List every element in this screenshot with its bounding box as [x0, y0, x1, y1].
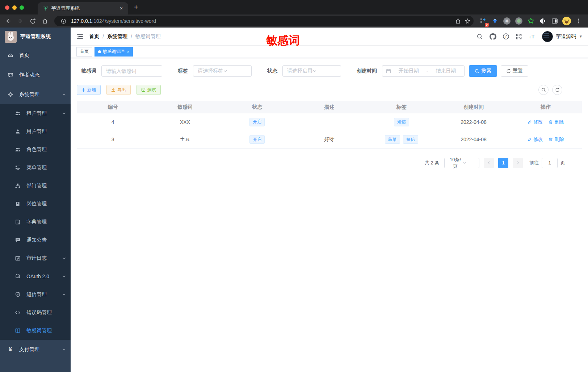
sidebar-item-home[interactable]: 首页 [0, 46, 71, 65]
sidebar-item-sensitive-word[interactable]: 敏感词管理 [0, 322, 71, 340]
home-icon[interactable] [40, 16, 50, 26]
filter-word-input[interactable] [101, 65, 162, 77]
sidebar-item-notice[interactable]: 通知公告 [0, 231, 71, 249]
sidebar-item-system[interactable]: 系统管理 [0, 85, 71, 104]
browser-menu-icon[interactable] [574, 16, 584, 26]
window-controls[interactable] [0, 5, 29, 14]
dashboard-icon [7, 53, 13, 58]
tag-close-icon[interactable]: × [127, 50, 129, 54]
breadcrumb-system[interactable]: 系统管理 [107, 33, 127, 40]
page-size-select[interactable]: 10条/页 [444, 158, 479, 168]
new-tab-button[interactable]: + [128, 3, 144, 14]
url-text[interactable]: 127.0.0.1:1024/system/sensitive-word [71, 18, 453, 24]
help-icon[interactable]: ? [501, 32, 511, 42]
sidebar-item-post[interactable]: 岗位管理 [0, 195, 71, 213]
side-panel-icon[interactable] [550, 16, 560, 26]
filter-time-label: 创建时间 [357, 68, 377, 74]
zoom-window-button[interactable] [20, 5, 24, 10]
cell-desc: 好呀 [293, 131, 365, 148]
edit-link[interactable]: 修改 [528, 119, 543, 125]
sidebar-item-tenant[interactable]: 租户管理 [0, 104, 71, 122]
app: 芋道管理系统 首页 作者动态 系统管理 [0, 28, 588, 372]
sidebar-item-pay[interactable]: ¥ 支付管理 [0, 340, 71, 359]
start-date-placeholder: 开始日期 [394, 68, 424, 74]
goto-page-input[interactable] [542, 158, 558, 168]
extension-gem-icon[interactable] [490, 16, 500, 26]
back-icon[interactable] [3, 16, 13, 26]
pagination: 共 2 条 10条/页 1 前往 [77, 158, 565, 168]
breadcrumb: 首页 / 系统管理 / 敏感词管理 [89, 33, 161, 40]
next-page-button[interactable] [513, 158, 523, 168]
extensions-area: 9 ⌘ [478, 16, 585, 26]
tag-home[interactable]: 首页 [76, 47, 92, 57]
extension-puzzle-icon[interactable] [538, 16, 548, 26]
message-icon [7, 72, 13, 78]
forward-icon[interactable] [15, 16, 25, 26]
test-button[interactable]: 测试 [136, 85, 161, 95]
sidebar-item-author[interactable]: 作者动态 [0, 65, 71, 85]
extension-grid-icon[interactable]: 9 [478, 16, 488, 26]
font-size-icon[interactable]: TT [527, 32, 537, 42]
filter-form: 敏感词 标签 请选择标签 状态 [81, 65, 582, 77]
search-button[interactable]: 搜索 [469, 65, 497, 77]
sidebar-item-oauth[interactable]: OAuth 2.0 [0, 267, 71, 285]
sidebar-logo[interactable]: 芋道管理系统 [0, 28, 71, 46]
sidebar-item-user[interactable]: 用户管理 [0, 122, 71, 141]
fullscreen-icon[interactable] [514, 32, 524, 42]
caret-down-icon: ▼ [579, 34, 583, 38]
book-icon [14, 328, 21, 334]
reload-icon[interactable] [28, 16, 38, 26]
search-icon[interactable] [475, 32, 485, 42]
tag-sensitive-word[interactable]: 敏感词管理 × [94, 47, 133, 57]
github-icon[interactable] [488, 32, 498, 42]
filter-status-select[interactable]: 请选择启用状态 [282, 65, 341, 77]
user-menu[interactable]: 芋道源码 ▼ [542, 31, 583, 42]
sidebar-item-errcode[interactable]: 错误码管理 [0, 304, 71, 322]
browser-tab[interactable]: 芋道管理系统 × [38, 2, 128, 14]
close-window-button[interactable] [5, 5, 9, 10]
page-number-button[interactable]: 1 [498, 158, 508, 168]
export-button[interactable]: 导出 [106, 85, 131, 95]
prev-page-button[interactable] [484, 158, 494, 168]
extension-command-icon[interactable]: ⌘ [502, 16, 512, 26]
col-header-word: 敏感词 [149, 101, 221, 113]
sidebar-item-label: 支付管理 [19, 346, 56, 353]
sidebar-item-sms[interactable]: 短信管理 [0, 285, 71, 304]
filter-tag-select[interactable]: 请选择标签 [193, 65, 252, 77]
chevron-down-icon [462, 161, 476, 165]
tab-close-icon[interactable]: × [118, 5, 125, 12]
filter-tag-placeholder: 请选择标签 [198, 68, 223, 74]
sidebar-item-label: 通知公告 [26, 237, 66, 243]
sidebar-item-audit-log[interactable]: 审计日志 [0, 249, 71, 267]
share-icon[interactable] [453, 16, 463, 26]
edit-link[interactable]: 修改 [528, 136, 543, 143]
show-search-toggle-button[interactable] [538, 85, 549, 95]
bookmark-star-icon[interactable] [463, 16, 472, 26]
sidebar-item-label: 字典管理 [26, 219, 66, 225]
extension-green-star-icon[interactable] [526, 16, 536, 26]
sidebar-item-dict[interactable]: 字典管理 [0, 213, 71, 231]
breadcrumb-home[interactable]: 首页 [89, 33, 99, 40]
profile-avatar-icon[interactable] [562, 16, 572, 26]
cell-word: 土豆 [149, 131, 221, 148]
sidebar-item-menu[interactable]: 菜单管理 [0, 159, 71, 177]
refresh-button[interactable] [552, 85, 562, 95]
chevron-down-icon [62, 347, 66, 352]
site-info-icon[interactable] [59, 16, 68, 26]
hamburger-icon[interactable] [76, 33, 84, 41]
delete-link[interactable]: 删除 [549, 136, 564, 143]
dict-icon [14, 219, 21, 225]
filter-daterange-picker[interactable]: 开始日期 - 结束日期 [382, 65, 465, 77]
extension-record-icon[interactable] [514, 16, 524, 26]
address-bar[interactable]: 127.0.0.1:1024/system/sensitive-word [54, 16, 474, 26]
sidebar-item-role[interactable]: 角色管理 [0, 141, 71, 159]
browser-tab-title: 芋道管理系统 [51, 5, 115, 12]
add-button[interactable]: 新增 [77, 85, 101, 95]
page-size-value: 10条/页 [448, 156, 462, 170]
delete-link[interactable]: 删除 [549, 119, 564, 125]
goto-unit-label: 页 [560, 160, 565, 166]
minimize-window-button[interactable] [12, 5, 17, 10]
reset-button[interactable]: 重置 [501, 65, 528, 77]
sidebar-item-dept[interactable]: 部门管理 [0, 177, 71, 195]
sensitive-word-table: 编号 敏感词 状态 描述 标签 创建时间 操作 4 XXX [77, 101, 582, 149]
